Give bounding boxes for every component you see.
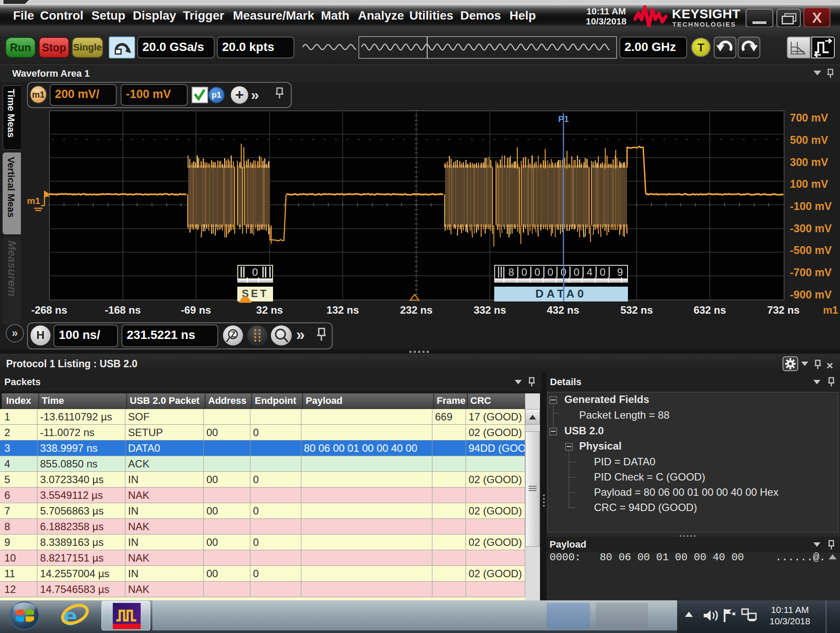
- svg-text:4: 4: [587, 266, 592, 278]
- svg-text:9: 9: [617, 266, 623, 278]
- svg-text:0: 0: [573, 266, 579, 278]
- svg-text:0: 0: [600, 266, 605, 278]
- svg-text:0: 0: [252, 266, 258, 278]
- svg-text:Z: Z: [231, 330, 236, 339]
- svg-text:0: 0: [534, 266, 540, 278]
- svg-text:0: 0: [521, 266, 527, 278]
- svg-text:0: 0: [547, 266, 553, 278]
- svg-text:8: 8: [508, 266, 514, 278]
